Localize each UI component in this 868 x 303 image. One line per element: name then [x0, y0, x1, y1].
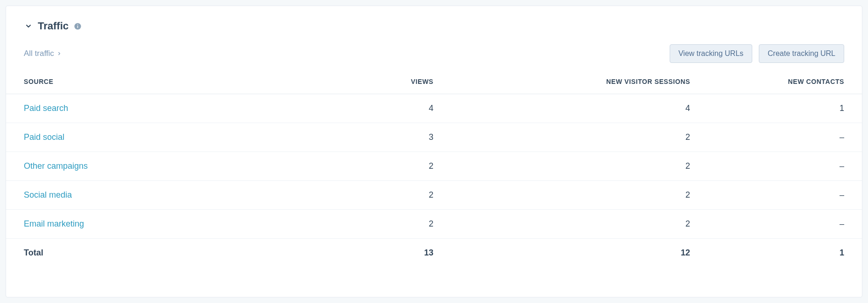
cell-contacts: –: [708, 210, 862, 239]
cell-views: 3: [314, 123, 451, 152]
col-sessions[interactable]: NEW VISITOR SESSIONS: [451, 74, 708, 94]
total-label: Total: [6, 239, 314, 268]
source-link[interactable]: Paid search: [24, 103, 68, 113]
info-icon[interactable]: [73, 22, 82, 30]
card-title: Traffic: [38, 20, 69, 32]
cell-sessions: 2: [451, 210, 708, 239]
table-row: Email marketing 2 2 –: [6, 210, 862, 239]
table-header-row: SOURCE VIEWS NEW VISITOR SESSIONS NEW CO…: [6, 74, 862, 94]
table-total-row: Total 13 12 1: [6, 239, 862, 268]
cell-sessions: 2: [451, 123, 708, 152]
table-row: Social media 2 2 –: [6, 181, 862, 210]
total-views: 13: [314, 239, 451, 268]
col-source[interactable]: SOURCE: [6, 74, 314, 94]
source-link[interactable]: Email marketing: [24, 219, 84, 228]
cell-sessions: 2: [451, 152, 708, 181]
cell-contacts: 1: [708, 94, 862, 123]
source-link[interactable]: Other campaigns: [24, 161, 88, 171]
col-views[interactable]: VIEWS: [314, 74, 451, 94]
card-header: Traffic: [6, 20, 862, 44]
cell-sessions: 4: [451, 94, 708, 123]
svg-rect-1: [77, 26, 77, 28]
cell-sessions: 2: [451, 181, 708, 210]
table-row: Other campaigns 2 2 –: [6, 152, 862, 181]
col-contacts[interactable]: NEW CONTACTS: [708, 74, 862, 94]
cell-contacts: –: [708, 152, 862, 181]
chevron-down-icon[interactable]: [24, 21, 33, 31]
svg-rect-2: [77, 24, 77, 25]
table-row: Paid social 3 2 –: [6, 123, 862, 152]
create-tracking-url-button[interactable]: Create tracking URL: [759, 44, 844, 63]
chevron-right-icon: [57, 51, 62, 56]
actions: View tracking URLs Create tracking URL: [670, 44, 844, 63]
toolbar: All traffic View tracking URLs Create tr…: [6, 44, 862, 74]
view-tracking-urls-button[interactable]: View tracking URLs: [670, 44, 752, 63]
cell-views: 2: [314, 152, 451, 181]
traffic-table: SOURCE VIEWS NEW VISITOR SESSIONS NEW CO…: [6, 74, 862, 267]
breadcrumb[interactable]: All traffic: [24, 49, 62, 58]
traffic-card: Traffic All traffic View tracking URLs C…: [6, 6, 862, 297]
total-sessions: 12: [451, 239, 708, 268]
cell-views: 2: [314, 181, 451, 210]
table-row: Paid search 4 4 1: [6, 94, 862, 123]
breadcrumb-label: All traffic: [24, 49, 54, 58]
source-link[interactable]: Social media: [24, 190, 72, 200]
cell-contacts: –: [708, 181, 862, 210]
source-link[interactable]: Paid social: [24, 132, 64, 142]
cell-contacts: –: [708, 123, 862, 152]
cell-views: 4: [314, 94, 451, 123]
cell-views: 2: [314, 210, 451, 239]
total-contacts: 1: [708, 239, 862, 268]
